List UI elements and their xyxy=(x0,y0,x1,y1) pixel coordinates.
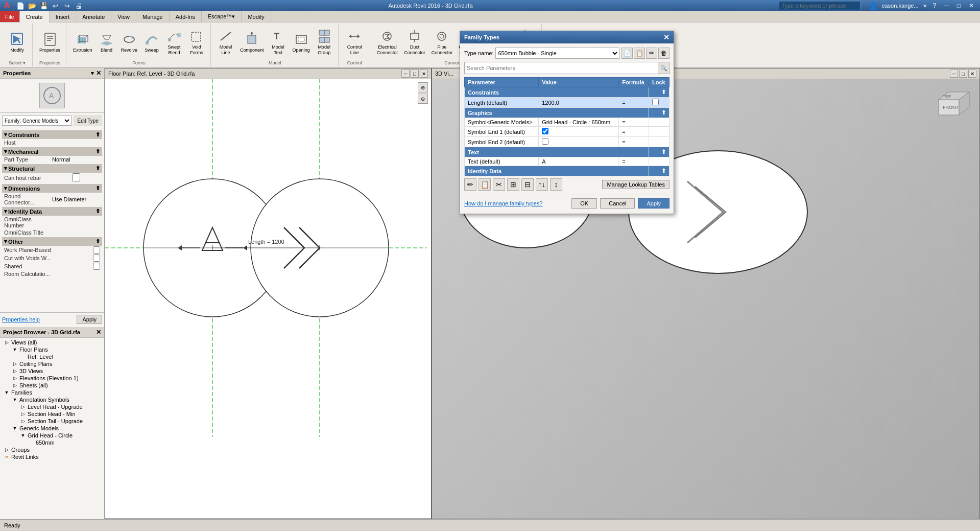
dialog-move-down-btn[interactable]: ↕ xyxy=(550,178,562,191)
project-browser-close[interactable]: ✕ xyxy=(96,329,101,336)
dialog-edit-btn[interactable]: ✏ xyxy=(464,178,476,191)
print-btn[interactable]: 🖨 xyxy=(74,1,84,11)
tree-ref-level-item[interactable]: Ref. Level xyxy=(17,353,103,360)
tab-manage[interactable]: Manage xyxy=(136,11,170,22)
text-default-input[interactable] xyxy=(542,158,615,165)
tree-section-head-min[interactable]: ▷ Section Head - Min xyxy=(17,410,103,418)
constraints-header[interactable]: ▾Constraints ⬆ xyxy=(2,130,102,139)
tree-3d-views[interactable]: ▷ 3D Views xyxy=(9,367,103,375)
tab-escape[interactable]: Escape™▾ xyxy=(202,11,242,22)
text-section-collapse[interactable]: ⬆ xyxy=(649,147,670,157)
work-plane-checkbox[interactable] xyxy=(93,246,100,253)
component-btn[interactable]: Component xyxy=(237,29,267,55)
mechanical-header[interactable]: ▾Mechanical ⬆ xyxy=(2,147,102,156)
tab-file[interactable]: File xyxy=(0,11,20,22)
length-param-value[interactable] xyxy=(539,98,619,108)
dialog-apply-btn[interactable]: Apply xyxy=(638,198,670,209)
minimize-btn[interactable]: ─ xyxy=(942,2,951,9)
constraints-section-collapse[interactable]: ⬆ xyxy=(649,87,670,98)
sign-in-btn[interactable]: ✕ xyxy=(923,3,927,9)
search-params-input[interactable] xyxy=(465,62,658,74)
search-params-btn[interactable]: 🔍 xyxy=(658,62,669,74)
maximize-btn[interactable]: □ xyxy=(955,2,963,9)
tree-650mm-item[interactable]: 650mm xyxy=(26,439,103,446)
edit-type-btn[interactable]: Edit Type xyxy=(74,115,102,126)
tab-annotate[interactable]: Annotate xyxy=(76,11,111,22)
identity-header[interactable]: ▾Identity Data ⬆ xyxy=(2,207,102,216)
length-value-input[interactable] xyxy=(542,100,615,106)
3d-nav-cube[interactable]: FRONT TOP xyxy=(934,84,974,125)
app-logo-icon[interactable]: A xyxy=(4,1,10,10)
tree-elevations[interactable]: ▷ Elevations (Elevation 1) xyxy=(9,375,103,382)
floor-plan-body[interactable]: ⊕ ⊖ xyxy=(105,79,431,518)
text-default-value[interactable] xyxy=(539,157,619,166)
length-lock-checkbox[interactable] xyxy=(652,99,659,105)
model-group-btn[interactable]: ModelGroup xyxy=(314,26,335,58)
extrusion-btn[interactable]: Extrusion xyxy=(70,29,95,55)
tree-sheets[interactable]: ▷ Sheets (all) xyxy=(9,382,103,389)
tree-ceiling-plans[interactable]: ▷ Ceiling Plans xyxy=(9,360,103,367)
duct-connector-btn[interactable]: DuctConnector xyxy=(401,26,428,58)
nav-zoom-in[interactable]: ⊕ xyxy=(418,82,428,93)
fp-close-btn[interactable]: ✕ xyxy=(420,70,428,78)
tab-view[interactable]: View xyxy=(111,11,136,22)
swept-blend-btn[interactable]: SweptBlend xyxy=(163,26,185,58)
redo-btn[interactable]: ↪ xyxy=(62,1,73,11)
opening-btn[interactable]: Opening xyxy=(290,29,313,55)
symbol-end2-checkbox[interactable] xyxy=(542,138,548,145)
family-types-help-link[interactable]: How do I manage family types? xyxy=(464,200,542,206)
properties-help-link[interactable]: Properties help xyxy=(2,316,40,322)
dialog-shared-param-btn[interactable]: ✂ xyxy=(493,178,505,191)
cut-with-voids-checkbox[interactable] xyxy=(93,255,100,262)
close-btn[interactable]: ✕ xyxy=(967,2,976,9)
help-btn[interactable]: ? xyxy=(931,2,939,9)
blend-btn[interactable]: Blend xyxy=(96,29,117,55)
type-delete-btn[interactable]: 🗑 xyxy=(658,48,670,59)
3d-close-btn[interactable]: ✕ xyxy=(968,70,976,78)
dialog-add-group-btn[interactable]: ⊞ xyxy=(507,178,519,191)
electrical-connector-btn[interactable]: ElectricalConnector xyxy=(374,26,401,58)
other-header[interactable]: ▾Other ⬆ xyxy=(2,237,102,246)
tree-level-head-upgrade[interactable]: ▷ Level Head - Upgrade xyxy=(17,403,103,410)
structural-header[interactable]: ▾Structural ⬆ xyxy=(2,164,102,173)
type-duplicate-btn[interactable]: 📋 xyxy=(634,48,645,59)
dialog-close-btn[interactable]: ✕ xyxy=(663,33,670,41)
nav-zoom-out[interactable]: ⊖ xyxy=(418,94,428,104)
open-btn[interactable]: 📂 xyxy=(27,1,37,11)
fp-minimize-btn[interactable]: ─ xyxy=(401,70,410,78)
tree-grid-head-circle[interactable]: ▼ Grid Head - Circle xyxy=(17,432,103,439)
dialog-move-up-btn[interactable]: ↑↓ xyxy=(536,178,548,191)
tree-groups[interactable]: ▷ Groups xyxy=(1,446,103,453)
tree-revit-links[interactable]: ⇒ Revit Links xyxy=(1,453,103,460)
symbol-end1-checkbox[interactable] xyxy=(542,128,548,134)
type-rename-btn[interactable]: ✏ xyxy=(646,48,657,59)
tab-add-ins[interactable]: Add-Ins xyxy=(170,11,202,22)
dialog-ok-btn[interactable]: OK xyxy=(571,198,597,209)
properties-panel-close[interactable]: ✕ xyxy=(96,70,101,77)
manage-lookup-btn[interactable]: Manage Lookup Tables xyxy=(602,180,670,189)
family-dropdown[interactable]: Family: Generic Models xyxy=(2,116,71,126)
dialog-remove-group-btn[interactable]: ⊟ xyxy=(521,178,534,191)
family-types-dialog[interactable]: Family Types ✕ Type name: 650mm Bubble -… xyxy=(460,31,674,214)
properties-panel-options[interactable]: ▾ xyxy=(91,70,94,77)
select-modify-btn[interactable]: Modify xyxy=(7,29,28,55)
sign-in-icon[interactable]: 👤 xyxy=(869,2,877,10)
revolve-btn[interactable]: Revolve xyxy=(118,29,140,55)
properties-btn[interactable]: Properties xyxy=(37,29,63,55)
model-line-btn[interactable]: ModelLine xyxy=(215,26,236,58)
identity-data-section-collapse[interactable]: ⬆ xyxy=(649,166,670,176)
undo-btn[interactable]: ↩ xyxy=(51,1,61,11)
sweep-btn[interactable]: Sweep xyxy=(141,29,162,55)
fp-maximize-btn[interactable]: □ xyxy=(411,70,419,78)
tree-section-tail-upgrade[interactable]: ▷ Section Tail - Upgrade xyxy=(17,418,103,425)
pipe-connector-btn[interactable]: PipeConnector xyxy=(429,26,456,58)
save-btn[interactable]: 💾 xyxy=(39,1,49,11)
shared-checkbox[interactable] xyxy=(93,263,100,270)
model-text-btn[interactable]: T ModelText xyxy=(268,26,289,58)
tab-create[interactable]: Create xyxy=(20,11,50,22)
type-new-btn[interactable]: 📄 xyxy=(622,48,633,59)
tree-annotation-symbols[interactable]: ▼ Annotation Symbols xyxy=(9,396,103,403)
control-line-btn[interactable]: ControlLine xyxy=(344,26,365,58)
dialog-new-param-btn[interactable]: 📋 xyxy=(479,178,491,191)
3d-minimize-btn[interactable]: ─ xyxy=(950,70,958,78)
